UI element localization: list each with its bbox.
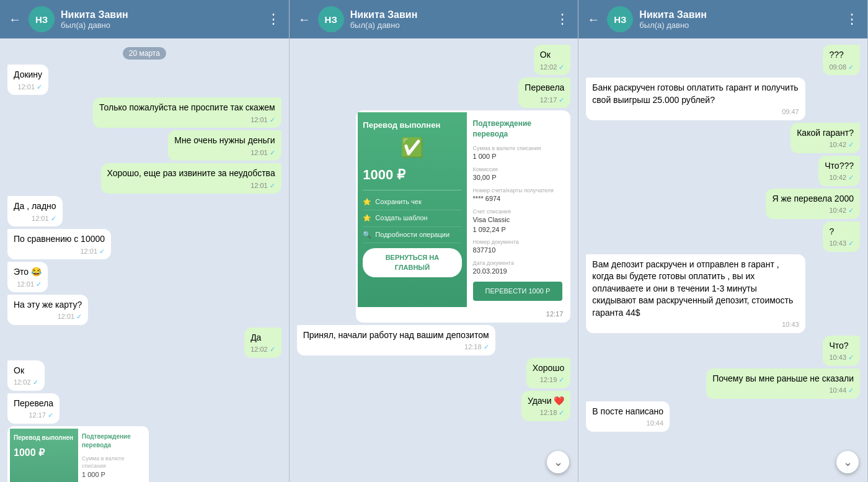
chat-header-3: ← НЗ Никита Завин был(а) давно ⋮ (578, 0, 867, 38)
transfer-icon: ✅ (363, 135, 461, 161)
bubble: Какой гарант? 10:42 ✓ (790, 123, 860, 153)
avatar-1: НЗ (29, 6, 55, 32)
create-template-btn[interactable]: ⭐ Создать шаблон (363, 210, 461, 226)
message-row: Перевод выполнен 1000 ₽ Подтверждение пе… (7, 426, 149, 482)
msg-time: 12:18 (540, 408, 557, 417)
bubble: Что? 10:43 ✓ (823, 336, 860, 366)
bubble: Да 12:02 ✓ (244, 328, 281, 358)
bubble: Почему вы мне раньше не сказали 10:44 ✓ (706, 368, 860, 399)
msg-check: ✓ (848, 173, 854, 182)
msg-check: ✓ (99, 247, 105, 256)
message-row: Что? 10:43 ✓ (823, 336, 860, 366)
bubble: Что??? 10:42 ✓ (818, 156, 860, 186)
bubble: Докину 12:01 ✓ (7, 65, 48, 95)
bubble: Мне очень нужны деньги 12:01 ✓ (168, 130, 281, 161)
header-info-3: Никита Завин был(а) давно (639, 9, 845, 30)
bubble: ??? 09:08 ✓ (823, 45, 860, 75)
msg-check: ✓ (48, 411, 53, 420)
msg-check: ✓ (36, 280, 42, 289)
account-value: **** 6974 (473, 194, 563, 203)
bubble: Банк раскручен готовы оплатить гарант и … (586, 78, 805, 120)
msg-check: ✓ (559, 96, 564, 105)
msg-check: ✓ (848, 239, 854, 248)
msg-check: ✓ (848, 386, 854, 395)
messages-area-3: ??? 09:08 ✓ Банк раскручен готовы оплати… (578, 38, 867, 482)
back-button-2[interactable]: ← (298, 12, 311, 27)
msg-time: 10:43 (829, 353, 846, 362)
msg-check: ✓ (51, 214, 56, 223)
msg-time: 10:42 (829, 173, 846, 182)
bubble: Хорошо, еще раз извините за неудобства 1… (101, 163, 281, 194)
message-row: Удачи ❤️ 12:18 ✓ (521, 391, 570, 421)
message-row: Докину 12:01 ✓ (7, 65, 48, 95)
msg-time: 12:17 (540, 96, 557, 105)
message-row: Да 12:02 ✓ (244, 328, 281, 358)
msg-time: 12:02 (14, 378, 31, 387)
bubble: Хорошо 12:19 ✓ (526, 358, 571, 388)
msg-time: 10:44 (829, 386, 846, 395)
message-row: Почему вы мне раньше не сказали 10:44 ✓ (706, 368, 860, 399)
card-amount: 1 092,24 Р (473, 225, 563, 234)
msg-check: ✓ (270, 115, 275, 125)
menu-button-1[interactable]: ⋮ (267, 11, 280, 27)
date-badge: 20 марта (123, 47, 166, 60)
bubble: Перевела 12:17 ✓ (518, 78, 570, 108)
sum-value: 1 000 Р (82, 470, 143, 480)
save-check-btn[interactable]: ⭐ Сохранить чек (363, 194, 461, 210)
msg-time: 12:02 (540, 63, 557, 72)
transfer-bubble-small[interactable]: Перевод выполнен 1000 ₽ Подтверждение пе… (7, 426, 149, 482)
account-label: Номер счета/карты получателя (473, 187, 563, 195)
back-button-3[interactable]: ← (587, 12, 600, 27)
return-main-btn[interactable]: ВЕРНУТЬСЯ НА ГЛАВНЫЙ (363, 248, 461, 277)
bubble: По сравнению с 10000 12:01 ✓ (7, 229, 111, 259)
create-template-label: Создать шаблон (375, 213, 427, 223)
msg-time: 12:01 (18, 83, 35, 92)
msg-time: 12:02 (250, 345, 268, 354)
msg-time: 12:01 (250, 115, 268, 125)
chat-panel-3: ← НЗ Никита Завин был(а) давно ⋮ ??? 09:… (578, 0, 868, 482)
bubble: Это 😂 12:01 ✓ (7, 262, 48, 292)
message-row: Ок 12:02 ✓ (7, 360, 45, 391)
menu-button-3[interactable]: ⋮ (845, 11, 859, 27)
scroll-down-button-3[interactable]: ⌄ (836, 451, 859, 473)
msg-check: ✓ (33, 378, 38, 387)
bubble: В посте написано 10:44 (586, 401, 670, 432)
details-label: Подробности операции (375, 230, 450, 239)
date-label: Дата документа (473, 259, 563, 267)
sum-label-r: Сумма в валюте списания (473, 145, 563, 153)
msg-time: 12:18 (464, 342, 482, 352)
message-row: Да , ладно 12:01 ✓ (7, 196, 63, 226)
details-btn[interactable]: 🔍 Подробности операции (363, 227, 461, 243)
msg-check: ✓ (848, 353, 854, 362)
msg-time: 10:42 (829, 206, 846, 215)
menu-button-2[interactable]: ⋮ (556, 11, 569, 27)
transfer-btn[interactable]: ПЕРЕВЕСТИ 1000 Р (473, 282, 563, 301)
msg-time: 12:01 (250, 148, 268, 158)
back-button-1[interactable]: ← (9, 12, 21, 27)
card-value: Visa Classic (473, 215, 563, 225)
chat-header-1: ← НЗ Никита Завин был(а) давно ⋮ (0, 0, 289, 38)
contact-name-2: Никита Завин (350, 9, 556, 20)
msg-time: 12:01 (17, 280, 34, 289)
header-info-2: Никита Завин был(а) давно (350, 9, 556, 30)
message-row: Перевела 12:17 ✓ (518, 78, 570, 108)
msg-time: 12:17 (29, 411, 46, 420)
commission-label: Комиссия (473, 166, 563, 174)
bubble: Ок 12:02 ✓ (7, 360, 45, 391)
message-row: В посте написано 10:44 (586, 401, 670, 432)
bubble: Я же перевела 2000 10:42 ✓ (766, 189, 860, 219)
contact-status-3: был(а) давно (639, 20, 845, 30)
chat-header-2: ← НЗ Никита Завин был(а) давно ⋮ (290, 0, 578, 38)
message-row: По сравнению с 10000 12:01 ✓ (7, 229, 111, 259)
messages-area-1: 20 марта Докину 12:01 ✓ Только пожалуйст… (0, 38, 289, 482)
msg-time: 10:43 (782, 320, 799, 329)
msg-time: 12:01 (81, 247, 98, 256)
msg-check: ✓ (559, 408, 564, 417)
doc-value: 837710 (473, 246, 563, 255)
bubble: Удачи ❤️ 12:18 ✓ (521, 391, 570, 421)
msg-check: ✓ (270, 181, 275, 190)
transfer-bubble-large[interactable]: Перевод выполнен ✅ 1000 ₽ ⭐ Сохранить че… (356, 110, 570, 323)
bubble: Принял, начали работу над вашим депозито… (297, 325, 495, 355)
contact-name-3: Никита Завин (639, 9, 845, 20)
message-row: Какой гарант? 10:42 ✓ (790, 123, 860, 153)
